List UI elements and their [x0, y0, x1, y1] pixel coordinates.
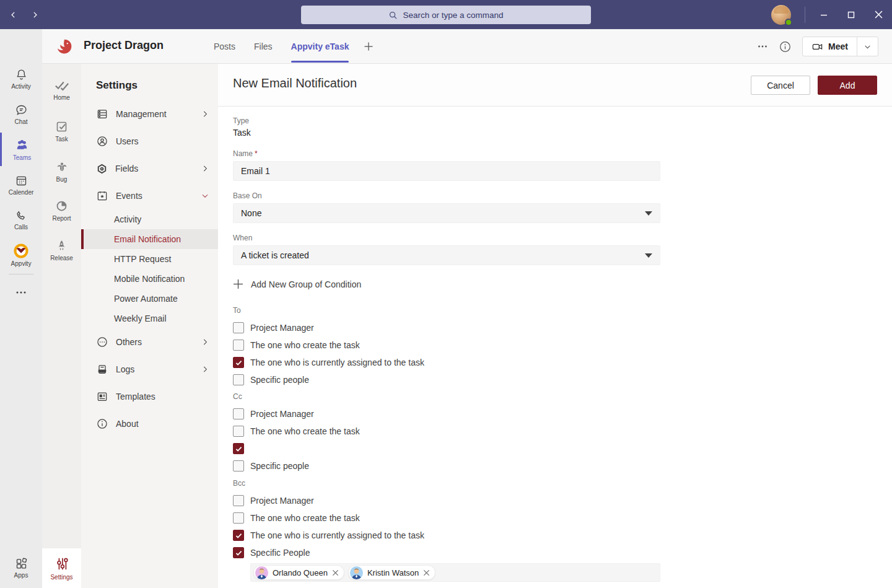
person-chip: Kristin Watson	[348, 565, 435, 580]
rail2-item-settings[interactable]: Settings	[42, 548, 81, 588]
minimize-button[interactable]	[810, 0, 837, 29]
checkbox-row[interactable]: Project Manager	[233, 492, 660, 509]
checkbox[interactable]	[233, 357, 244, 368]
more-apps-button[interactable]	[0, 282, 42, 301]
sidebar-item-power-automate[interactable]: Power Automate	[81, 289, 218, 309]
checkbox-row[interactable]: Specific People	[233, 544, 660, 561]
checkbox-row[interactable]	[233, 440, 660, 457]
sidebar-label: Users	[116, 136, 139, 146]
name-input[interactable]	[233, 161, 660, 181]
rail-item-chat[interactable]: Chat	[0, 97, 42, 131]
close-button[interactable]	[865, 0, 892, 29]
close-icon	[423, 569, 430, 576]
checkbox[interactable]	[233, 426, 244, 437]
rail-item-calls[interactable]: Calls	[0, 203, 42, 237]
meet-dropdown-button[interactable]	[857, 37, 878, 56]
rail2-item-home[interactable]: Home	[42, 72, 81, 108]
checkbox-row[interactable]: Specific people	[233, 457, 660, 475]
checkbox[interactable]	[233, 512, 244, 524]
check-icon	[235, 532, 243, 540]
checkbox-row[interactable]: The one who is currently assigned to the…	[233, 354, 660, 371]
back-button[interactable]	[6, 7, 21, 22]
rail-label: Bug	[56, 176, 68, 183]
ellipsis-icon	[15, 291, 27, 294]
sidebar-item-management[interactable]: Management	[81, 100, 218, 128]
when-dropdown[interactable]: A ticket is created	[233, 245, 660, 265]
sidebar-item-users[interactable]: Users	[81, 128, 218, 155]
sidebar-item-email-notification[interactable]: Email Notification	[81, 229, 218, 249]
checkbox-row[interactable]: The one who create the task	[233, 336, 660, 354]
checkbox-row[interactable]: The one who is currently assigned to the…	[233, 527, 660, 544]
search-input[interactable]: Search or type a command	[301, 6, 591, 24]
checkbox-label: Project Manager	[250, 323, 314, 333]
sidebar-item-about[interactable]: About	[81, 410, 218, 437]
maximize-button[interactable]	[837, 0, 865, 29]
checkbox[interactable]	[233, 530, 244, 541]
add-button[interactable]: Add	[818, 76, 877, 95]
etask-rail: Home Task Bug Report Release Settings	[42, 64, 81, 588]
channel-header-actions: Meet	[757, 29, 878, 64]
task-checkbox-icon	[55, 120, 68, 133]
others-ellipsis-icon	[96, 336, 108, 348]
rail-item-apps[interactable]: Apps	[0, 551, 42, 584]
remove-person-button[interactable]	[423, 569, 430, 576]
sidebar-item-templates[interactable]: Templates	[81, 383, 218, 410]
specific-people-input[interactable]: Orlando Queen Kristin Watson	[250, 563, 660, 582]
sidebar-item-weekly-email[interactable]: Weekly Email	[81, 309, 218, 328]
window-controls	[771, 0, 892, 29]
person-face-icon	[255, 566, 268, 579]
checkbox[interactable]	[233, 460, 244, 472]
tab-files[interactable]: Files	[254, 29, 273, 64]
sidebar-item-http-request[interactable]: HTTP Request	[81, 249, 218, 269]
sidebar-item-events[interactable]: Events	[81, 182, 218, 209]
rail2-item-task[interactable]: Task	[42, 113, 81, 149]
rail-item-calender[interactable]: Calender	[0, 168, 42, 201]
rail-item-teams[interactable]: Teams	[0, 133, 42, 166]
sidebar-label: Others	[116, 337, 142, 347]
base-on-dropdown[interactable]: None	[233, 203, 660, 223]
title-bar: Search or type a command	[0, 0, 892, 29]
checkbox[interactable]	[233, 408, 244, 419]
remove-person-button[interactable]	[332, 569, 339, 576]
meet-button[interactable]: Meet	[803, 37, 857, 56]
cancel-button[interactable]: Cancel	[751, 76, 810, 95]
rail-label: Home	[53, 94, 70, 101]
checkbox[interactable]	[233, 495, 244, 506]
rail-item-appvity[interactable]: Appvity	[0, 239, 42, 272]
sidebar-item-mobile-notification[interactable]: Mobile Notification	[81, 269, 218, 289]
avatar[interactable]	[771, 5, 791, 25]
person-avatar	[350, 566, 363, 579]
rail-divider	[9, 274, 33, 274]
checkbox-row[interactable]: Project Manager	[233, 405, 660, 423]
camera-icon	[811, 41, 823, 53]
close-icon	[332, 569, 339, 576]
required-asterisk: *	[255, 149, 258, 158]
rail2-item-bug[interactable]: Bug	[42, 153, 81, 189]
checkbox[interactable]	[233, 374, 244, 385]
checkbox-row[interactable]: Specific people	[233, 371, 660, 388]
rail2-item-report[interactable]: Report	[42, 193, 81, 229]
checkbox[interactable]	[233, 322, 244, 333]
more-options-button[interactable]	[757, 41, 768, 52]
checkbox-row[interactable]: The one who create the task	[233, 423, 660, 440]
checkbox-row[interactable]: Project Manager	[233, 319, 660, 336]
sidebar-item-fields[interactable]: Fields	[81, 155, 218, 182]
rail-item-activity[interactable]: Activity	[0, 62, 42, 95]
sidebar-item-activity-event[interactable]: Activity	[81, 209, 218, 229]
checkbox[interactable]	[233, 340, 244, 351]
add-condition-button[interactable]: Add New Group of Condition	[233, 279, 361, 289]
channel-info-button[interactable]	[779, 41, 791, 53]
forward-button[interactable]	[27, 7, 42, 22]
info-icon	[779, 41, 791, 53]
checkbox-row[interactable]: The one who create the task	[233, 509, 660, 527]
tab-posts[interactable]: Posts	[214, 29, 235, 64]
add-tab-button[interactable]	[364, 42, 374, 51]
chevron-down-icon	[201, 191, 209, 200]
tab-appvity-etask[interactable]: Appvity eTask	[291, 29, 349, 64]
sidebar-item-logs[interactable]: Logs	[81, 356, 218, 383]
rail2-item-release[interactable]: Release	[42, 232, 81, 268]
checkbox[interactable]	[233, 547, 244, 558]
sidebar-item-others[interactable]: Others	[81, 328, 218, 356]
type-label: Type	[233, 116, 660, 125]
checkbox[interactable]	[233, 443, 244, 454]
